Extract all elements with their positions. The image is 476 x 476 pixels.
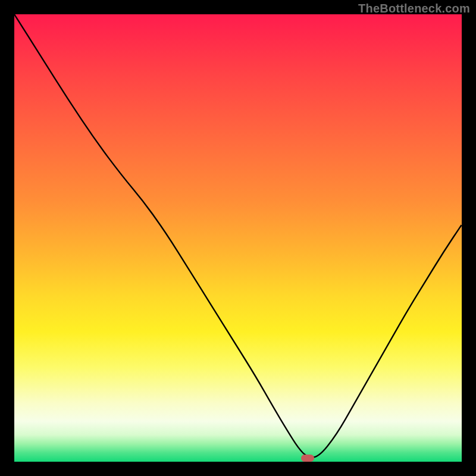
optimal-point-marker: [301, 455, 314, 462]
watermark-text: TheBottleneck.com: [358, 2, 470, 14]
bottleneck-curve: [14, 14, 462, 462]
curve-path: [14, 14, 462, 458]
chart-plot-area: [14, 14, 462, 462]
chart-frame: TheBottleneck.com: [0, 0, 476, 476]
